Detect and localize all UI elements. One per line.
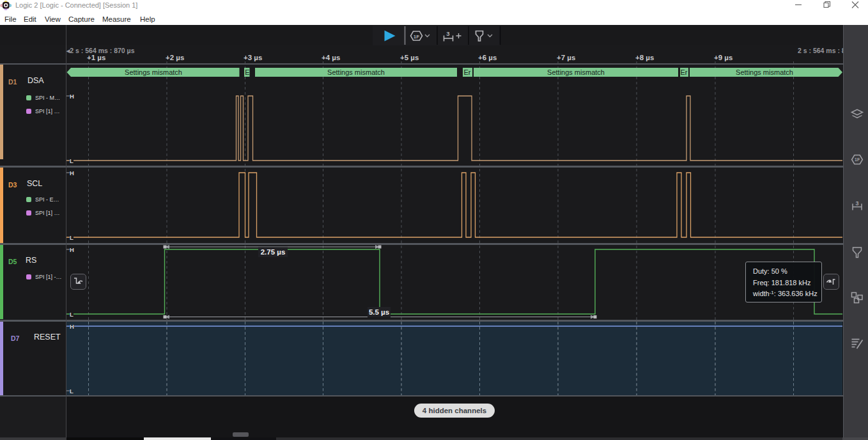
svg-text:5.5 µs: 5.5 µs: [369, 308, 389, 316]
svg-text:Er: Er: [464, 68, 471, 76]
svg-text:Settings mismatch: Settings mismatch: [547, 68, 605, 76]
svg-text:Er: Er: [681, 68, 688, 76]
svg-text:Settings mismatch: Settings mismatch: [736, 68, 793, 76]
svg-text:1F: 1F: [855, 157, 860, 162]
svg-text:E: E: [245, 68, 249, 76]
svg-text:2.75 µs: 2.75 µs: [261, 248, 286, 256]
svg-text:1F: 1F: [414, 34, 419, 40]
svg-text:3: 3: [855, 200, 858, 207]
svg-text:Settings mismatch: Settings mismatch: [327, 68, 385, 76]
svg-text:3: 3: [446, 30, 449, 37]
svg-text:Settings mismatch: Settings mismatch: [125, 68, 182, 76]
